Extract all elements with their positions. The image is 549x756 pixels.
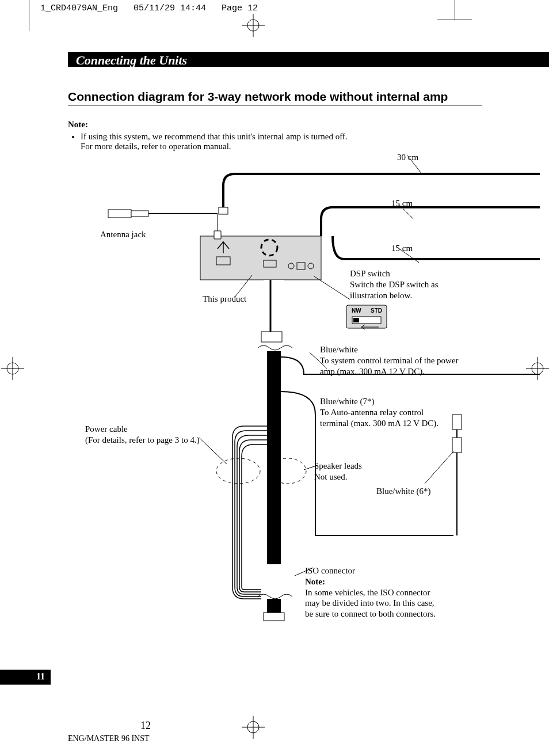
registration-mark-top	[242, 14, 265, 37]
iso4: be sure to connect to both connectors.	[305, 609, 436, 618]
svg-point-32	[216, 458, 260, 484]
print-header: 1_CRD4079AN_Eng 05/11/29 14:44 Page 12	[40, 3, 258, 13]
bw2c: terminal (max. 300 mA 12 V DC).	[320, 419, 439, 428]
label-antenna: Antenna jack	[100, 229, 146, 240]
switch-std: STD	[371, 307, 382, 314]
svg-rect-11	[131, 211, 148, 216]
note-heading: Note:	[68, 120, 88, 129]
bw2b: To Auto-antenna relay control	[320, 408, 424, 417]
bw2a: Blue/white (7*)	[320, 397, 375, 406]
svg-rect-3	[200, 236, 321, 280]
bottom-page-number: 12	[140, 720, 151, 732]
label-iso: ISO connector Note: In some vehicles, th…	[305, 565, 466, 620]
bw1c: amp (max. 300 mA 12 V DC).	[320, 367, 425, 376]
bw1b: To system control terminal of the power	[320, 356, 459, 365]
label-bluewhite-1: Blue/white To system control terminal of…	[320, 344, 493, 377]
label-bluewhite-6: Blue/white (6*)	[376, 486, 431, 497]
spk2: Not used.	[314, 472, 348, 481]
svg-rect-22	[264, 280, 284, 337]
crop-mark	[455, 0, 455, 20]
page-subheading: Connection diagram for 3-way network mod…	[68, 90, 482, 106]
power2: (For details, refer to page 3 to 4.)	[85, 435, 200, 445]
svg-rect-30	[452, 438, 462, 453]
iso2: In some vehicles, the ISO connector	[305, 588, 430, 597]
bw1a: Blue/white	[320, 345, 358, 354]
label-this-product: This product	[203, 294, 246, 305]
registration-mark-bottom	[242, 716, 265, 739]
svg-rect-24	[267, 351, 281, 564]
dsp-line1: DSP switch	[350, 269, 390, 278]
footer-text: ENG/MASTER 96 INST	[68, 734, 150, 743]
svg-rect-10	[108, 210, 131, 218]
label-15cm-a: 15 cm	[391, 198, 413, 209]
svg-rect-26	[264, 613, 284, 621]
note-line1: If using this system, we recommend that …	[81, 132, 348, 141]
svg-rect-21	[353, 318, 359, 322]
registration-mark-left	[1, 357, 24, 380]
registration-mark-right	[526, 357, 549, 380]
label-30cm: 30 cm	[397, 152, 418, 163]
iso1: ISO connector	[305, 566, 355, 575]
svg-line-31	[425, 451, 453, 484]
label-bluewhite-7: Blue/white (7*) To Auto-antenna relay co…	[320, 396, 470, 428]
section-title-bar: Connecting the Units	[68, 52, 549, 67]
iso-note-h: Note:	[305, 577, 325, 586]
crop-mark-vertical	[29, 0, 29, 31]
header-datetime: 05/11/29 14:44	[134, 3, 206, 13]
header-file: 1_CRD4079AN_Eng	[40, 3, 118, 13]
iso3: may be divided into two. In this case,	[305, 598, 434, 607]
svg-line-18	[314, 276, 350, 299]
header-page: Page 12	[222, 3, 258, 13]
dsp-line2: Switch the DSP switch as	[350, 280, 439, 289]
label-dsp: DSP switch Switch the DSP switch as illu…	[350, 268, 476, 301]
side-page-number: 11	[0, 670, 51, 685]
note-bullet: If using this system, we recommend that …	[81, 132, 482, 151]
svg-rect-13	[219, 207, 228, 214]
label-15cm-b: 15 cm	[391, 243, 413, 254]
connection-diagram	[68, 150, 540, 639]
section-title: Connecting the Units	[76, 53, 187, 67]
label-speaker-leads: Speaker leads Not used.	[314, 461, 362, 483]
crop-mark	[437, 20, 472, 20]
svg-rect-25	[267, 599, 281, 613]
spk1: Speaker leads	[314, 461, 362, 470]
dsp-line3: illustration below.	[350, 291, 412, 300]
switch-nw: NW	[352, 307, 361, 314]
svg-rect-23	[261, 332, 282, 342]
note-block: Note: If using this system, we recommend…	[68, 120, 482, 151]
label-power-cable: Power cable (For details, refer to page …	[85, 424, 223, 446]
power1: Power cable	[85, 424, 128, 434]
